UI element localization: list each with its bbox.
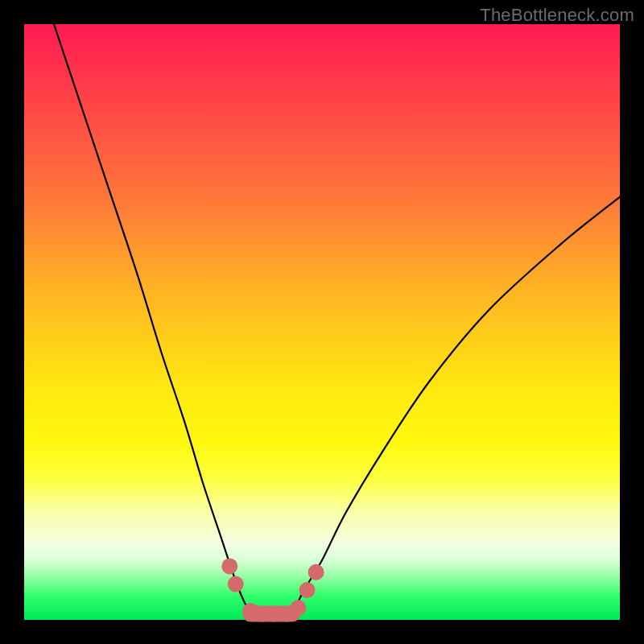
highlight-dot-group bbox=[221, 558, 324, 621]
highlight-dot bbox=[290, 600, 306, 616]
watermark-text: TheBottleneck.com bbox=[480, 5, 634, 26]
chart-overlay bbox=[24, 24, 620, 620]
highlight-dot bbox=[299, 582, 316, 598]
highlight-dot bbox=[221, 558, 237, 574]
outer-frame: TheBottleneck.com bbox=[0, 0, 644, 644]
highlight-dot bbox=[228, 576, 244, 592]
curve-left-branch bbox=[54, 24, 250, 614]
highlight-dot bbox=[308, 564, 324, 580]
curve-right-branch bbox=[292, 197, 620, 614]
